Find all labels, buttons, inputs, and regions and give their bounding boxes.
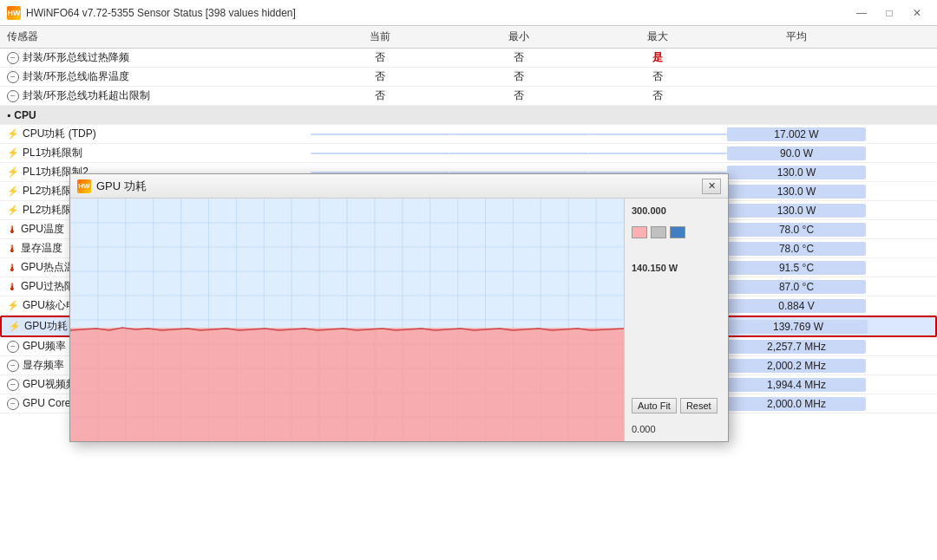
- main-content: 传感器 当前 最小 最大 平均 − 封装/环形总线过热降频 否 否 是 − 封装…: [0, 26, 937, 560]
- row-value-min: 否: [449, 69, 588, 84]
- row-value-avg: 17.002 W: [727, 127, 866, 141]
- chart-min-value: 0.000: [632, 424, 721, 434]
- row-value-avg: 130.0 W: [727, 204, 866, 218]
- group-label: ▪ CPU: [7, 109, 311, 121]
- dialog-title-bar: HW GPU 功耗 ✕: [70, 174, 728, 199]
- col-current: 当前: [311, 29, 449, 44]
- window-title: HWiNFO64 v7.72-5355 Sensor Status [398 v…: [26, 7, 296, 19]
- app-icon: HW: [7, 6, 21, 20]
- close-button[interactable]: ✕: [904, 3, 930, 23]
- row-value-current: [311, 153, 449, 154]
- dialog-title-left: HW GPU 功耗: [77, 179, 147, 194]
- row-value-avg: 78.0 °C: [727, 242, 866, 256]
- table-header: 传感器 当前 最小 最大 平均: [0, 26, 937, 49]
- row-value-avg: 78.0 °C: [727, 223, 866, 237]
- chart-max-value: 300.000: [632, 205, 721, 216]
- title-bar-left: HW HWiNFO64 v7.72-5355 Sensor Status [39…: [7, 6, 296, 20]
- row-label: − 封装/环形总线功耗超出限制: [7, 88, 311, 103]
- row-value-avg: 2,000.2 MHz: [727, 359, 866, 373]
- dialog-body: 300.000 140.150 W Auto Fit Reset 0.000: [70, 199, 728, 441]
- row-value-avg: 87.0 °C: [727, 280, 866, 294]
- row-value-current: [311, 133, 449, 135]
- chart-sidebar: 300.000 140.150 W Auto Fit Reset 0.000: [624, 199, 728, 441]
- svg-rect-29: [70, 328, 624, 441]
- row-value-current: 否: [311, 88, 449, 103]
- row-label: ⚡ CPU功耗 (TDP): [7, 127, 311, 141]
- row-value-max: 否: [588, 88, 727, 103]
- row-value-current: 否: [311, 50, 449, 65]
- gpu-power-dialog: HW GPU 功耗 ✕: [69, 173, 729, 442]
- table-row: ⚡ PL1功耗限制 90.0 W: [0, 144, 937, 163]
- lightning-icon: ⚡: [7, 128, 19, 140]
- title-bar-controls: — □ ✕: [849, 3, 930, 23]
- temp-icon: 🌡: [7, 262, 17, 274]
- group-icon: ▪: [7, 109, 10, 121]
- row-value-avg: 1,994.4 MHz: [727, 378, 866, 392]
- legend-color-blue: [670, 226, 685, 238]
- legend-color-gray: [651, 226, 666, 238]
- circle-minus-icon: −: [7, 360, 19, 372]
- legend-color-pink: [632, 226, 647, 238]
- group-header-cpu: ▪ CPU: [0, 106, 937, 125]
- col-sensor: 传感器: [7, 29, 311, 44]
- circle-minus-icon: −: [7, 71, 19, 83]
- row-value-avg: 90.0 W: [727, 147, 866, 160]
- circle-minus-icon: −: [7, 90, 19, 102]
- circle-minus-icon: −: [7, 398, 19, 410]
- title-bar: HW HWiNFO64 v7.72-5355 Sensor Status [39…: [0, 0, 937, 26]
- chart-area: [70, 199, 624, 441]
- auto-fit-button[interactable]: Auto Fit: [632, 398, 677, 413]
- dialog-close-button[interactable]: ✕: [702, 179, 721, 194]
- reset-button[interactable]: Reset: [680, 398, 717, 413]
- row-value-min: [449, 153, 588, 154]
- lightning-icon: ⚡: [7, 166, 19, 178]
- row-value-min: [449, 133, 588, 135]
- chart-current-value: 140.150 W: [632, 263, 721, 273]
- maximize-button[interactable]: □: [876, 3, 902, 23]
- row-label: − 封装/环形总线过热降频: [7, 50, 311, 65]
- row-value-avg: 130.0 W: [727, 166, 866, 179]
- lightning-icon: ⚡: [7, 186, 19, 197]
- row-value-current: 否: [311, 69, 449, 84]
- temp-icon: 🌡: [7, 281, 17, 293]
- row-value-max: [588, 133, 727, 135]
- row-value-max: [588, 153, 727, 154]
- dialog-app-icon: HW: [77, 179, 91, 193]
- chart-legend: [632, 226, 721, 238]
- row-value-avg: 2,257.7 MHz: [727, 340, 866, 354]
- table-row: − 封装/环形总线过热降频 否 否 是: [0, 49, 937, 68]
- row-label: ⚡ PL1功耗限制: [7, 146, 311, 160]
- lightning-icon: ⚡: [7, 300, 19, 311]
- circle-minus-icon: −: [7, 379, 19, 391]
- row-value-avg: 0.884 V: [727, 299, 866, 313]
- temp-icon: 🌡: [7, 224, 17, 236]
- dialog-title: GPU 功耗: [96, 179, 147, 194]
- lightning-icon: ⚡: [7, 147, 19, 159]
- minimize-button[interactable]: —: [849, 3, 875, 23]
- col-min: 最小: [449, 29, 588, 44]
- col-avg: 平均: [727, 29, 866, 44]
- row-value-avg: 130.0 W: [727, 185, 866, 199]
- col-max: 最大: [588, 29, 727, 44]
- lightning-icon: ⚡: [7, 205, 19, 216]
- circle-minus-icon: −: [7, 341, 19, 353]
- row-value-min: 否: [449, 50, 588, 65]
- table-row: ⚡ CPU功耗 (TDP) 17.002 W: [0, 125, 937, 144]
- row-value-max: 否: [588, 69, 727, 84]
- row-value-avg: 139.769 W: [729, 320, 868, 334]
- row-label: − 封装/环形总线临界温度: [7, 69, 311, 84]
- temp-icon: 🌡: [7, 243, 17, 255]
- table-row: − 封装/环形总线功耗超出限制 否 否 否: [0, 87, 937, 106]
- chart-grid-svg: [70, 199, 624, 441]
- chart-action-buttons: Auto Fit Reset: [632, 398, 721, 413]
- row-value-max: 是: [588, 50, 727, 65]
- row-value-avg: 91.5 °C: [727, 261, 866, 275]
- row-value-min: 否: [449, 88, 588, 103]
- table-row: − 封装/环形总线临界温度 否 否 否: [0, 68, 937, 87]
- circle-minus-icon: −: [7, 52, 19, 64]
- row-value-avg: 2,000.0 MHz: [727, 397, 866, 411]
- lightning-icon: ⚡: [9, 321, 21, 332]
